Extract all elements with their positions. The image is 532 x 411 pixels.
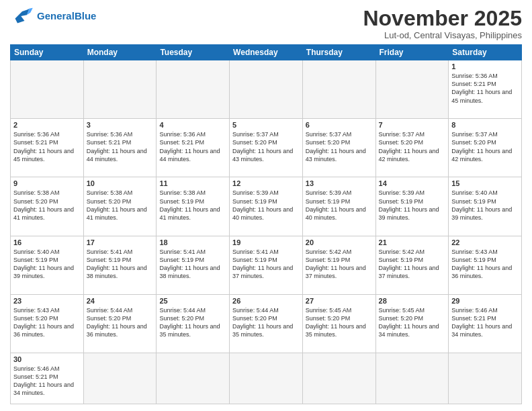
day-number: 7 [379,121,446,129]
table-row [83,60,157,119]
table-row: 22Sunrise: 5:43 AMSunset: 5:19 PMDayligh… [449,236,522,294]
logo: GeneralBlue [10,7,96,26]
day-number: 15 [451,179,519,187]
table-row: 9Sunrise: 5:38 AMSunset: 5:20 PMDaylight… [11,177,84,236]
day-info: Sunrise: 5:39 AMSunset: 5:19 PMDaylight:… [232,189,300,222]
day-info: Sunrise: 5:41 AMSunset: 5:19 PMDaylight:… [87,248,154,281]
table-row: 25Sunrise: 5:44 AMSunset: 5:20 PMDayligh… [157,294,230,353]
day-info: Sunrise: 5:43 AMSunset: 5:19 PMDaylight:… [451,248,519,281]
table-row [157,353,230,404]
day-info: Sunrise: 5:37 AMSunset: 5:20 PMDaylight:… [451,130,519,163]
table-row [230,353,303,404]
calendar-week-row: 16Sunrise: 5:40 AMSunset: 5:19 PMDayligh… [11,236,522,294]
day-info: Sunrise: 5:45 AMSunset: 5:20 PMDaylight:… [306,306,373,339]
table-row: 12Sunrise: 5:39 AMSunset: 5:19 PMDayligh… [230,177,303,236]
table-row: 1Sunrise: 5:36 AMSunset: 5:21 PMDaylight… [449,60,522,119]
table-row [449,353,522,404]
day-info: Sunrise: 5:36 AMSunset: 5:21 PMDaylight:… [13,130,81,163]
table-row: 18Sunrise: 5:41 AMSunset: 5:19 PMDayligh… [157,236,230,294]
table-row: 26Sunrise: 5:44 AMSunset: 5:20 PMDayligh… [230,294,303,353]
table-row: 4Sunrise: 5:36 AMSunset: 5:21 PMDaylight… [157,119,230,177]
table-row: 13Sunrise: 5:39 AMSunset: 5:19 PMDayligh… [302,177,375,236]
table-row [157,60,230,119]
calendar-week-row: 30Sunrise: 5:46 AMSunset: 5:21 PMDayligh… [11,353,522,404]
calendar-header-row: Sunday Monday Tuesday Wednesday Thursday… [11,45,522,60]
table-row: 6Sunrise: 5:37 AMSunset: 5:20 PMDaylight… [302,119,375,177]
logo-icon [10,7,34,26]
col-tuesday: Tuesday [157,45,230,60]
table-row: 17Sunrise: 5:41 AMSunset: 5:19 PMDayligh… [83,236,157,294]
table-row [230,60,303,119]
table-row [302,353,375,404]
table-row: 10Sunrise: 5:38 AMSunset: 5:20 PMDayligh… [83,177,157,236]
day-number: 29 [451,297,519,305]
col-saturday: Saturday [449,45,522,60]
table-row: 8Sunrise: 5:37 AMSunset: 5:20 PMDaylight… [449,119,522,177]
day-info: Sunrise: 5:44 AMSunset: 5:20 PMDaylight:… [232,306,300,339]
table-row: 5Sunrise: 5:37 AMSunset: 5:20 PMDaylight… [230,119,303,177]
table-row [83,353,157,404]
day-number: 8 [451,121,519,129]
header-right: November 2025 Lut-od, Central Visayas, P… [363,7,522,40]
day-number: 10 [87,179,154,187]
day-info: Sunrise: 5:37 AMSunset: 5:20 PMDaylight:… [379,130,446,163]
day-number: 5 [232,121,300,129]
day-number: 3 [87,121,154,129]
day-number: 1 [451,62,519,71]
day-info: Sunrise: 5:37 AMSunset: 5:20 PMDaylight:… [306,130,373,163]
day-number: 13 [306,179,373,187]
day-info: Sunrise: 5:42 AMSunset: 5:19 PMDaylight:… [306,248,373,281]
calendar-table: Sunday Monday Tuesday Wednesday Thursday… [10,44,522,404]
page: GeneralBlue November 2025 Lut-od, Centra… [0,0,532,411]
month-title: November 2025 [363,7,522,30]
col-monday: Monday [83,45,157,60]
day-number: 6 [306,121,373,129]
table-row: 11Sunrise: 5:38 AMSunset: 5:19 PMDayligh… [157,177,230,236]
day-info: Sunrise: 5:40 AMSunset: 5:19 PMDaylight:… [451,189,519,222]
table-row: 14Sunrise: 5:39 AMSunset: 5:19 PMDayligh… [375,177,449,236]
day-info: Sunrise: 5:36 AMSunset: 5:21 PMDaylight:… [451,72,519,105]
day-info: Sunrise: 5:44 AMSunset: 5:20 PMDaylight:… [159,306,226,339]
day-info: Sunrise: 5:39 AMSunset: 5:19 PMDaylight:… [379,189,446,222]
location: Lut-od, Central Visayas, Philippines [363,30,522,40]
table-row: 20Sunrise: 5:42 AMSunset: 5:19 PMDayligh… [302,236,375,294]
day-info: Sunrise: 5:39 AMSunset: 5:19 PMDaylight:… [306,189,373,222]
day-number: 18 [159,238,226,246]
table-row: 30Sunrise: 5:46 AMSunset: 5:21 PMDayligh… [11,353,84,404]
day-number: 16 [13,238,81,246]
table-row: 7Sunrise: 5:37 AMSunset: 5:20 PMDaylight… [375,119,449,177]
table-row: 23Sunrise: 5:43 AMSunset: 5:20 PMDayligh… [11,294,84,353]
table-row: 19Sunrise: 5:41 AMSunset: 5:19 PMDayligh… [230,236,303,294]
svg-marker-0 [15,9,30,24]
header: GeneralBlue November 2025 Lut-od, Centra… [10,7,522,40]
day-number: 30 [13,355,81,363]
logo-blue: Blue [75,10,97,21]
day-number: 19 [232,238,300,246]
table-row: 28Sunrise: 5:45 AMSunset: 5:20 PMDayligh… [375,294,449,353]
day-info: Sunrise: 5:46 AMSunset: 5:21 PMDaylight:… [13,365,81,398]
calendar-week-row: 2Sunrise: 5:36 AMSunset: 5:21 PMDaylight… [11,119,522,177]
table-row [375,60,449,119]
day-info: Sunrise: 5:43 AMSunset: 5:20 PMDaylight:… [13,306,81,339]
day-number: 28 [379,297,446,305]
table-row: 24Sunrise: 5:44 AMSunset: 5:20 PMDayligh… [83,294,157,353]
day-number: 2 [13,121,81,129]
day-info: Sunrise: 5:42 AMSunset: 5:19 PMDaylight:… [379,248,446,281]
logo-wordmark: GeneralBlue [37,11,96,22]
calendar-week-row: 9Sunrise: 5:38 AMSunset: 5:20 PMDaylight… [11,177,522,236]
logo-general: General [37,10,75,21]
day-info: Sunrise: 5:36 AMSunset: 5:21 PMDaylight:… [87,130,154,163]
table-row: 29Sunrise: 5:46 AMSunset: 5:21 PMDayligh… [449,294,522,353]
table-row [375,353,449,404]
day-number: 26 [232,297,300,305]
day-number: 4 [159,121,226,129]
table-row: 15Sunrise: 5:40 AMSunset: 5:19 PMDayligh… [449,177,522,236]
day-info: Sunrise: 5:40 AMSunset: 5:19 PMDaylight:… [13,248,81,281]
day-info: Sunrise: 5:36 AMSunset: 5:21 PMDaylight:… [159,130,226,163]
day-number: 9 [13,179,81,187]
col-thursday: Thursday [302,45,375,60]
calendar-week-row: 1Sunrise: 5:36 AMSunset: 5:21 PMDaylight… [11,60,522,119]
col-sunday: Sunday [11,45,84,60]
day-info: Sunrise: 5:46 AMSunset: 5:21 PMDaylight:… [451,306,519,339]
day-info: Sunrise: 5:45 AMSunset: 5:20 PMDaylight:… [379,306,446,339]
